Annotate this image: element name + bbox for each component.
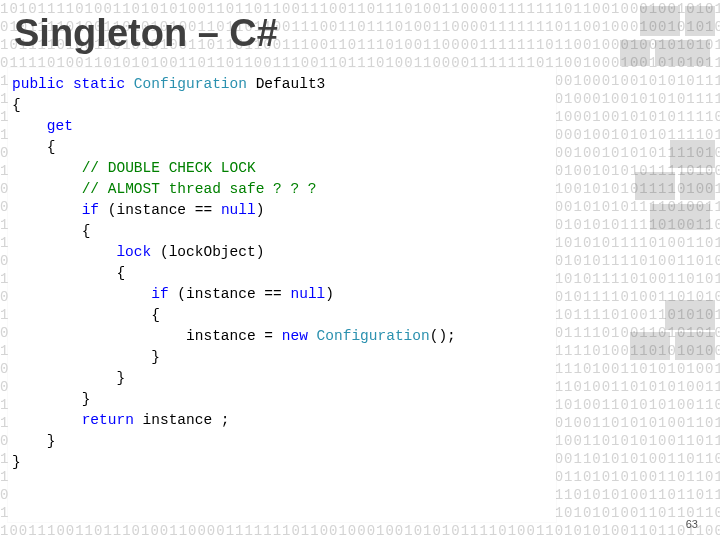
brace: } [82,391,91,407]
brace: { [82,223,91,239]
keyword-new: new [282,328,308,344]
slide: 1010111101001101010100110110110011100110… [0,0,720,540]
brace: } [151,349,160,365]
type-configuration: Configuration [317,328,430,344]
comment: // ALMOST thread safe ? ? ? [82,181,317,197]
svg-rect-10 [675,332,715,360]
svg-rect-1 [685,6,715,36]
svg-rect-5 [635,172,675,200]
svg-rect-9 [630,332,670,360]
background-binary-row: 1001110011011101001100001111111011001000… [0,522,720,540]
code-block: public static Configuration Default3 { g… [12,74,552,473]
svg-rect-3 [620,40,650,66]
brace: } [47,433,56,449]
code-panel: public static Configuration Default3 { g… [8,68,556,522]
brace: { [12,97,21,113]
keyword-return: return [82,412,134,428]
brace: { [47,139,56,155]
svg-rect-8 [665,300,715,330]
brace: } [12,454,21,470]
brace: } [116,370,125,386]
brace: { [116,265,125,281]
keyword-lock: lock [116,244,151,260]
keyword-static: static [73,76,125,92]
keyword-null: null [221,202,256,218]
member-name: Default3 [256,76,326,92]
svg-rect-4 [670,140,715,168]
svg-rect-0 [640,6,680,36]
slide-title: Singleton – C# [14,12,278,55]
keyword-if: if [151,286,168,302]
keyword-null: null [290,286,325,302]
svg-rect-2 [655,40,710,66]
keyword-if: if [82,202,99,218]
comment: // DOUBLE CHECK LOCK [82,160,256,176]
svg-rect-6 [680,172,715,200]
svg-rect-7 [650,204,710,230]
keyword-get: get [47,118,73,134]
page-number: 63 [686,518,698,530]
type-configuration: Configuration [134,76,247,92]
keyword-public: public [12,76,64,92]
brace: { [151,307,160,323]
